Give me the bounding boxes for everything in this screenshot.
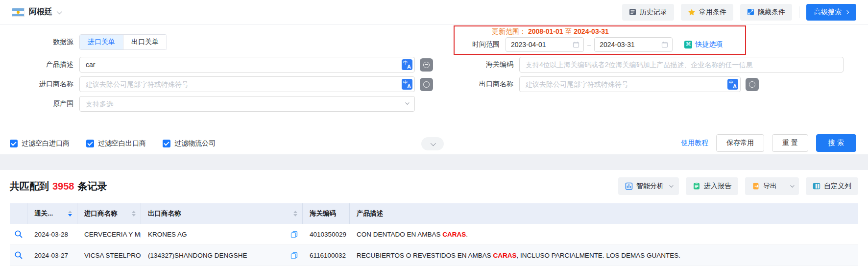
magnifier-icon [14,251,23,260]
calendar-icon [661,41,668,48]
exporter-name: KRONES AG [148,231,187,238]
exact-match-toggle[interactable] [420,78,433,91]
origin-country-row: 原产国 [10,96,415,112]
sort-control[interactable] [68,211,72,217]
tutorial-link[interactable]: 使用教程 [681,139,708,147]
checkbox-filter-blank-importer[interactable]: 过滤空白进口商 [10,139,70,148]
checkbox-filter-blank-exporter[interactable]: 过滤空白出口商 [86,139,146,148]
enter-report-button[interactable]: 进入报告 [686,177,738,195]
advanced-search-button[interactable]: 高级搜索 [806,4,856,21]
update-range-from: 2008-01-01 [528,27,563,35]
search-button[interactable]: 搜 索 [816,134,856,152]
save-common-button[interactable]: 保存常用 [716,134,764,152]
update-range-to: 2024-03-31 [574,27,609,35]
desc-text: . [466,231,468,238]
smart-analysis-button[interactable]: 智能分析 [618,177,679,195]
advanced-search-label: 高级搜索 [814,8,842,17]
copy-icon [290,231,298,238]
export-icon [752,182,760,190]
desc-highlight: CARAS [442,231,466,238]
desc-text: RECUBIERTOS O REVESTIDOS EN AMBAS [357,252,493,259]
tab-import-declarations[interactable]: 进口关单 [80,35,123,49]
column-label: 海关编码 [310,209,336,218]
collapse-form-button[interactable] [421,137,444,150]
column-header-importer[interactable]: 进口商名称 [77,203,141,224]
cell-importer: CERVECERIA Y M [77,231,141,238]
calendar-icon [573,41,579,48]
checkbox-checked-icon [163,140,170,147]
results-header: 共匹配到3958条记录 智能分析 进入报告 导出 [10,175,858,197]
translate-icon[interactable] [402,79,412,90]
exporter-row: 出口商名称 [440,76,759,92]
origin-country-label: 原产国 [10,99,73,108]
date-separator: – [587,41,591,48]
copy-button[interactable] [290,252,298,259]
export-button[interactable]: 导出 [745,177,784,195]
date-to-value: 2024-03-31 [600,41,661,48]
date-from-input[interactable]: 2023-04-01 [506,37,584,52]
history-button[interactable]: 历史记录 [622,4,674,21]
country-selector[interactable]: 阿根廷 [12,7,61,17]
circle-equal-icon [423,62,430,68]
enter-report-label: 进入报告 [704,182,731,191]
exporter-input[interactable] [519,76,741,92]
translate-icon[interactable] [402,59,412,70]
table-header: 通关... 进口商名称 出口商名称 海关编码 产品描述 [10,203,858,224]
exact-match-toggle[interactable] [420,58,433,72]
table-row: 2024-03-28 CERVECERIA Y M KRONES AG 4010… [10,224,858,245]
sort-control[interactable] [293,211,297,217]
magnifier-icon [14,230,23,239]
table-columns-icon [813,182,820,190]
checkbox-label: 过滤空白出口商 [98,139,146,148]
column-header-exporter[interactable]: 出口商名称 [141,203,303,224]
importer-row: 进口商名称 [10,76,433,92]
command-icon: ⌘ [684,41,692,48]
export-options-button[interactable] [784,177,799,195]
time-range-label: 时间范围 [472,40,500,49]
checkbox-filter-logistics[interactable]: 过滤物流公司 [163,139,216,148]
column-label: 进口商名称 [84,209,118,218]
copy-button[interactable] [290,231,298,238]
row-detail-button[interactable] [10,251,27,260]
results-count: 3958 [52,181,74,192]
tab-export-declarations[interactable]: 出口关单 [123,35,167,49]
origin-country-select[interactable] [79,96,415,112]
section-divider [0,154,868,170]
time-range-panel: 更新范围： 2008-01-01 至 2024-03-31 时间范围 2023-… [454,25,746,55]
favorites-button[interactable]: 常用条件 [681,4,733,21]
reset-button[interactable]: 重 置 [772,134,808,152]
importer-name: CERVECERIA Y M [84,231,140,238]
desc-text: CON DENTADO EN AMBAS [357,231,442,238]
origin-country-field [79,96,415,112]
hide-filters-button[interactable]: 隐藏条件 [740,4,792,21]
hs-code-field [519,57,844,73]
column-header-date[interactable]: 通关... [27,203,77,224]
argentina-flag-icon [12,8,24,17]
export-label: 导出 [763,182,777,191]
smart-analysis-label: 智能分析 [636,182,664,191]
exact-match-toggle[interactable] [746,78,759,91]
product-desc-input[interactable] [79,57,415,73]
hs-code-input[interactable] [519,57,844,73]
translate-icon[interactable] [727,79,738,90]
sort-asc-icon [293,211,297,213]
column-header-product-desc: 产品描述 [350,203,858,224]
checkbox-checked-icon [86,140,94,147]
custom-columns-button[interactable]: 自定义列 [806,177,858,195]
divider [799,6,799,18]
row-detail-button[interactable] [10,230,27,239]
summary-prefix: 共匹配到 [10,181,49,192]
clipboard-icon [693,182,700,190]
search-form: 数据源 进口关单 出口关单 更新范围： 2008-01-01 至 2024-03… [0,24,868,154]
sort-desc-icon [293,214,297,217]
column-label: 通关... [34,209,53,218]
quick-options-link[interactable]: ⌘ 快捷选项 [684,40,723,49]
sort-control[interactable] [132,211,136,217]
desc-text: , INCLUSO PARCIALMENTE. LOS DEMAS GUANTE… [517,252,680,259]
cell-hs-code: 4010350029 [303,231,350,238]
hs-code-row: 海关编码 [440,57,844,73]
date-to-input[interactable]: 2024-03-31 [594,37,673,52]
bi-chart-icon [625,182,633,190]
filter-checkbox-row: 过滤空白进口商 过滤空白出口商 过滤物流公司 [10,139,216,148]
importer-input[interactable] [79,76,415,92]
